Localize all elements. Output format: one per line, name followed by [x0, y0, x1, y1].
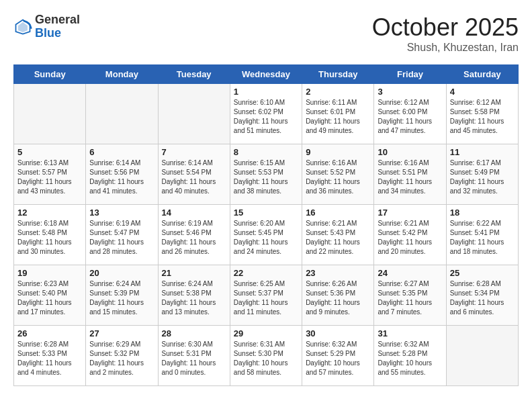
col-header-friday: Friday — [374, 65, 446, 84]
day-number: 8 — [234, 147, 298, 157]
day-cell: 21Sunrise: 6:24 AM Sunset: 5:38 PM Dayli… — [158, 265, 230, 326]
day-number: 11 — [450, 147, 515, 157]
day-info: Sunrise: 6:30 AM Sunset: 5:31 PM Dayligh… — [162, 340, 226, 377]
day-cell: 7Sunrise: 6:14 AM Sunset: 5:54 PM Daylig… — [158, 144, 230, 205]
day-cell: 19Sunrise: 6:23 AM Sunset: 5:40 PM Dayli… — [14, 265, 86, 326]
day-info: Sunrise: 6:27 AM Sunset: 5:35 PM Dayligh… — [378, 279, 442, 317]
page-header: General Blue October 2025 Shush, Khuzest… — [13, 13, 519, 54]
day-cell: 9Sunrise: 6:16 AM Sunset: 5:52 PM Daylig… — [302, 144, 374, 205]
day-cell — [158, 84, 230, 144]
day-number: 26 — [17, 328, 82, 338]
day-number: 12 — [17, 208, 82, 218]
day-info: Sunrise: 6:17 AM Sunset: 5:49 PM Dayligh… — [450, 158, 515, 196]
day-cell: 22Sunrise: 6:25 AM Sunset: 5:37 PM Dayli… — [230, 265, 302, 326]
day-cell: 8Sunrise: 6:15 AM Sunset: 5:53 PM Daylig… — [230, 144, 302, 205]
day-info: Sunrise: 6:10 AM Sunset: 6:02 PM Dayligh… — [234, 98, 298, 136]
day-info: Sunrise: 6:32 AM Sunset: 5:28 PM Dayligh… — [378, 340, 442, 377]
day-info: Sunrise: 6:19 AM Sunset: 5:47 PM Dayligh… — [89, 219, 154, 257]
title-block: October 2025 Shush, Khuzestan, Iran — [372, 13, 519, 54]
day-cell: 6Sunrise: 6:14 AM Sunset: 5:56 PM Daylig… — [86, 144, 158, 205]
day-cell: 26Sunrise: 6:28 AM Sunset: 5:33 PM Dayli… — [14, 326, 86, 386]
day-number: 30 — [306, 328, 370, 338]
calendar-table: SundayMondayTuesdayWednesdayThursdayFrid… — [13, 64, 519, 386]
day-number: 18 — [450, 208, 515, 218]
day-info: Sunrise: 6:25 AM Sunset: 5:37 PM Dayligh… — [234, 279, 298, 317]
week-row-2: 5Sunrise: 6:13 AM Sunset: 5:57 PM Daylig… — [14, 144, 519, 205]
day-number: 1 — [234, 87, 298, 97]
day-number: 21 — [162, 268, 226, 278]
day-number: 25 — [450, 268, 515, 278]
day-number: 27 — [89, 328, 154, 338]
day-info: Sunrise: 6:15 AM Sunset: 5:53 PM Dayligh… — [234, 158, 298, 196]
week-row-3: 12Sunrise: 6:18 AM Sunset: 5:48 PM Dayli… — [14, 205, 519, 265]
day-cell: 28Sunrise: 6:30 AM Sunset: 5:31 PM Dayli… — [158, 326, 230, 386]
day-cell — [86, 84, 158, 144]
day-number: 31 — [378, 328, 442, 338]
day-info: Sunrise: 6:28 AM Sunset: 5:34 PM Dayligh… — [450, 279, 515, 317]
day-cell: 18Sunrise: 6:22 AM Sunset: 5:41 PM Dayli… — [446, 205, 518, 265]
day-cell: 29Sunrise: 6:31 AM Sunset: 5:30 PM Dayli… — [230, 326, 302, 386]
day-cell: 15Sunrise: 6:20 AM Sunset: 5:45 PM Dayli… — [230, 205, 302, 265]
day-number: 20 — [89, 268, 154, 278]
logo-text: General Blue — [35, 13, 80, 40]
col-header-monday: Monday — [86, 65, 158, 84]
day-cell: 20Sunrise: 6:24 AM Sunset: 5:39 PM Dayli… — [86, 265, 158, 326]
week-row-5: 26Sunrise: 6:28 AM Sunset: 5:33 PM Dayli… — [14, 326, 519, 386]
day-cell: 11Sunrise: 6:17 AM Sunset: 5:49 PM Dayli… — [446, 144, 518, 205]
day-cell: 14Sunrise: 6:19 AM Sunset: 5:46 PM Dayli… — [158, 205, 230, 265]
svg-marker-2 — [18, 22, 28, 32]
day-number: 19 — [17, 268, 82, 278]
day-number: 24 — [378, 268, 442, 278]
day-info: Sunrise: 6:11 AM Sunset: 6:01 PM Dayligh… — [306, 98, 370, 136]
header-row: SundayMondayTuesdayWednesdayThursdayFrid… — [14, 65, 519, 84]
day-cell: 25Sunrise: 6:28 AM Sunset: 5:34 PM Dayli… — [446, 265, 518, 326]
day-info: Sunrise: 6:13 AM Sunset: 5:57 PM Dayligh… — [17, 158, 82, 196]
day-number: 5 — [17, 147, 82, 157]
day-cell — [14, 84, 86, 144]
day-cell: 1Sunrise: 6:10 AM Sunset: 6:02 PM Daylig… — [230, 84, 302, 144]
day-cell: 2Sunrise: 6:11 AM Sunset: 6:01 PM Daylig… — [302, 84, 374, 144]
day-number: 9 — [306, 147, 370, 157]
day-cell: 12Sunrise: 6:18 AM Sunset: 5:48 PM Dayli… — [14, 205, 86, 265]
day-info: Sunrise: 6:21 AM Sunset: 5:43 PM Dayligh… — [306, 219, 370, 257]
day-info: Sunrise: 6:14 AM Sunset: 5:54 PM Dayligh… — [162, 158, 226, 196]
day-cell: 4Sunrise: 6:12 AM Sunset: 5:58 PM Daylig… — [446, 84, 518, 144]
day-info: Sunrise: 6:29 AM Sunset: 5:32 PM Dayligh… — [89, 340, 154, 377]
week-row-1: 1Sunrise: 6:10 AM Sunset: 6:02 PM Daylig… — [14, 84, 519, 144]
day-info: Sunrise: 6:23 AM Sunset: 5:40 PM Dayligh… — [17, 279, 82, 317]
day-number: 7 — [162, 147, 226, 157]
day-info: Sunrise: 6:12 AM Sunset: 5:58 PM Dayligh… — [450, 98, 515, 136]
day-number: 6 — [89, 147, 154, 157]
month-title: October 2025 — [372, 13, 519, 42]
day-info: Sunrise: 6:20 AM Sunset: 5:45 PM Dayligh… — [234, 219, 298, 257]
day-number: 23 — [306, 268, 370, 278]
day-cell: 13Sunrise: 6:19 AM Sunset: 5:47 PM Dayli… — [86, 205, 158, 265]
day-number: 16 — [306, 208, 370, 218]
day-info: Sunrise: 6:32 AM Sunset: 5:29 PM Dayligh… — [306, 340, 370, 377]
day-cell: 24Sunrise: 6:27 AM Sunset: 5:35 PM Dayli… — [374, 265, 446, 326]
day-number: 28 — [162, 328, 226, 338]
day-info: Sunrise: 6:12 AM Sunset: 6:00 PM Dayligh… — [378, 98, 442, 136]
day-info: Sunrise: 6:24 AM Sunset: 5:38 PM Dayligh… — [162, 279, 226, 317]
day-number: 17 — [378, 208, 442, 218]
day-cell: 3Sunrise: 6:12 AM Sunset: 6:00 PM Daylig… — [374, 84, 446, 144]
day-cell: 27Sunrise: 6:29 AM Sunset: 5:32 PM Dayli… — [86, 326, 158, 386]
day-info: Sunrise: 6:21 AM Sunset: 5:42 PM Dayligh… — [378, 219, 442, 257]
logo-icon — [13, 17, 32, 36]
day-number: 14 — [162, 208, 226, 218]
day-info: Sunrise: 6:22 AM Sunset: 5:41 PM Dayligh… — [450, 219, 515, 257]
location: Shush, Khuzestan, Iran — [372, 42, 519, 54]
logo: General Blue — [13, 13, 80, 40]
day-number: 29 — [234, 328, 298, 338]
day-number: 2 — [306, 87, 370, 97]
logo-general-text: General — [35, 13, 80, 26]
col-header-thursday: Thursday — [302, 65, 374, 84]
day-info: Sunrise: 6:31 AM Sunset: 5:30 PM Dayligh… — [234, 340, 298, 377]
day-cell: 16Sunrise: 6:21 AM Sunset: 5:43 PM Dayli… — [302, 205, 374, 265]
week-row-4: 19Sunrise: 6:23 AM Sunset: 5:40 PM Dayli… — [14, 265, 519, 326]
day-cell — [446, 326, 518, 386]
col-header-wednesday: Wednesday — [230, 65, 302, 84]
day-info: Sunrise: 6:26 AM Sunset: 5:36 PM Dayligh… — [306, 279, 370, 317]
day-number: 15 — [234, 208, 298, 218]
day-number: 4 — [450, 87, 515, 97]
